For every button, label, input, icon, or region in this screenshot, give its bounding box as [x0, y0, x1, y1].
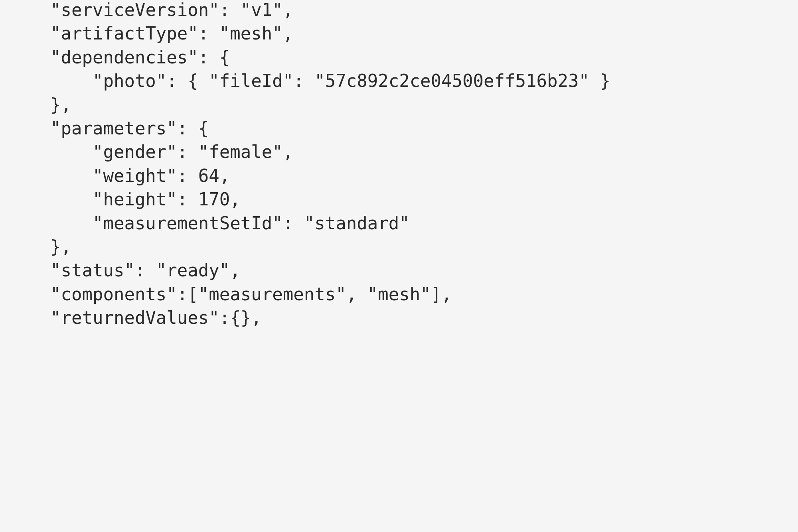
code-line: "weight": 64,	[8, 166, 230, 186]
code-line: "gender": "female",	[8, 142, 293, 162]
code-line: "photo": { "fileId": "57c892c2ce04500eff…	[8, 71, 610, 91]
code-line: "measurementSetId": "standard"	[8, 213, 410, 233]
code-line: "artifactType": "mesh",	[8, 23, 293, 43]
code-line: },	[8, 95, 71, 115]
code-line: "dependencies": {	[8, 47, 230, 67]
code-line: },	[8, 236, 71, 257]
code-line: "components":["measurements", "mesh"],	[8, 284, 452, 304]
code-line: "status": "ready",	[8, 260, 241, 280]
code-line: "height": 170,	[8, 189, 241, 209]
json-code-block: "serviceVersion": "v1", "artifactType": …	[0, 0, 798, 329]
code-line: "serviceVersion": "v1",	[8, 0, 293, 20]
code-line: "returnedValues":{},	[8, 307, 262, 328]
code-line: "parameters": {	[8, 118, 209, 138]
